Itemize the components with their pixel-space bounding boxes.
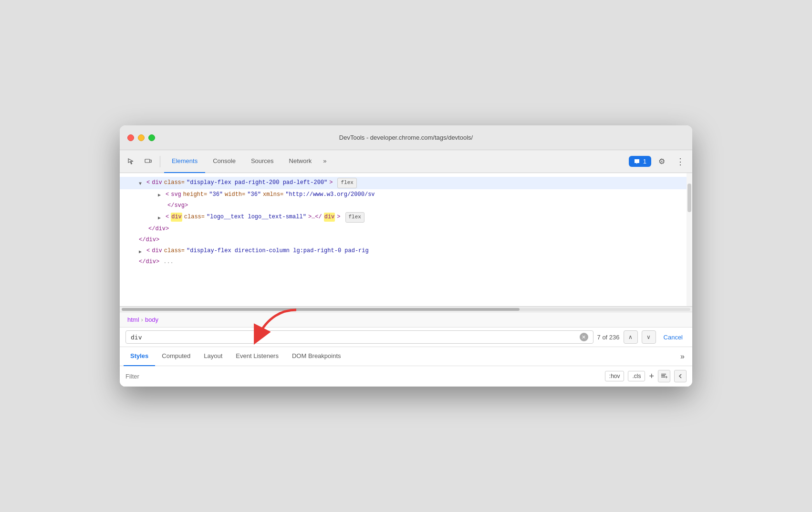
tab-console[interactable]: Console [205,150,243,173]
hov-button[interactable]: :hov [605,371,625,381]
html-line[interactable]: ▼ <div class="display-flex pad-right-200… [120,177,692,189]
scrollbar-track [122,308,690,311]
html-line[interactable]: </svg> [120,200,692,211]
toggle-sidebar-button[interactable] [674,370,687,382]
html-line[interactable]: ▶ <svg height="36" width="36" xmlns="htt… [120,189,692,200]
styles-panel: Styles Computed Layout Event Listeners D… [120,347,692,387]
inspect-element-button[interactable] [124,154,139,169]
breadcrumb-body[interactable]: body [145,316,158,323]
add-style-button[interactable]: + [649,371,654,381]
html-line[interactable]: </div> [120,224,692,235]
search-prev-button[interactable]: ∧ [624,330,638,344]
toolbar-divider [160,156,160,167]
settings-button[interactable]: ⚙ [654,154,669,169]
svg-rect-0 [145,159,150,163]
search-next-button[interactable]: ∨ [642,330,656,344]
search-bar: ✕ 7 of 236 ∧ ∨ Cancel [120,328,692,347]
svg-rect-4 [661,377,666,378]
window-title: DevTools - developer.chrome.com/tags/dev… [339,134,473,141]
styles-tab-layout[interactable]: Layout [197,347,229,366]
styles-tab-computed[interactable]: Computed [155,347,197,366]
html-line[interactable]: </div> ... [120,256,692,267]
breadcrumb-bar: html › body [120,312,692,328]
close-button[interactable] [127,134,134,141]
tab-network[interactable]: Network [281,150,320,173]
search-input-wrapper: ✕ [125,330,593,344]
search-count: 7 of 236 [597,334,620,341]
scrollbar-h-thumb[interactable] [122,308,520,311]
flex-badge: flex [337,178,356,188]
devtools-window: DevTools - developer.chrome.com/tags/dev… [120,125,692,387]
flex-badge: flex [345,212,364,223]
svg-rect-1 [150,160,152,162]
search-cancel-button[interactable]: Cancel [660,332,687,343]
breadcrumb-html[interactable]: html [127,316,139,323]
minimize-button[interactable] [138,134,145,141]
tab-elements[interactable]: Elements [164,150,205,173]
cls-button[interactable]: .cls [628,371,645,381]
expand-triangle[interactable]: ▶ [158,192,164,197]
search-input[interactable] [131,334,576,341]
expand-triangle[interactable]: ▼ [139,180,145,186]
title-bar: DevTools - developer.chrome.com/tags/dev… [120,125,692,150]
traffic-lights [127,134,155,141]
html-line[interactable]: ▶ <div class="display-flex direction-col… [120,246,692,256]
tab-more[interactable]: » [319,150,330,173]
filter-actions: :hov .cls + [605,370,687,382]
new-style-rule-button[interactable] [658,370,670,382]
scrollbar-thumb[interactable] [687,184,691,212]
filter-bar: :hov .cls + [120,366,692,387]
devtools-toolbar: Elements Console Sources Network » 1 [120,150,692,173]
styles-tab-event-listeners[interactable]: Event Listeners [229,347,285,366]
svg-rect-2 [661,374,666,375]
chat-count: 1 [643,158,646,165]
toolbar-tabs: Elements Console Sources Network » [164,150,627,173]
device-toggle-button[interactable] [141,154,156,169]
styles-tab-styles[interactable]: Styles [124,347,155,366]
filter-input[interactable] [125,373,605,380]
fullscreen-button[interactable] [148,134,155,141]
html-line[interactable]: </div> [120,235,692,246]
more-tabs-button[interactable]: » [677,350,688,363]
expand-triangle[interactable]: ▶ [158,215,164,220]
vertical-scrollbar[interactable] [687,173,692,306]
styles-tabs: Styles Computed Layout Event Listeners D… [120,347,692,366]
horizontal-scrollbar[interactable] [120,307,692,312]
svg-rect-3 [661,375,665,376]
more-options-button[interactable]: ⋮ [672,154,688,169]
html-line[interactable]: ▶ < div class="logo__text logo__text-sma… [120,211,692,224]
search-clear-button[interactable]: ✕ [580,333,588,341]
chat-badge[interactable]: 1 [629,156,651,167]
styles-tab-dom-breakpoints[interactable]: DOM Breakpoints [285,347,348,366]
tab-sources[interactable]: Sources [243,150,281,173]
html-panel: ▼ <div class="display-flex pad-right-200… [120,173,692,307]
toolbar-right: 1 ⚙ ⋮ [629,154,688,169]
expand-triangle[interactable]: ▶ [139,248,145,254]
